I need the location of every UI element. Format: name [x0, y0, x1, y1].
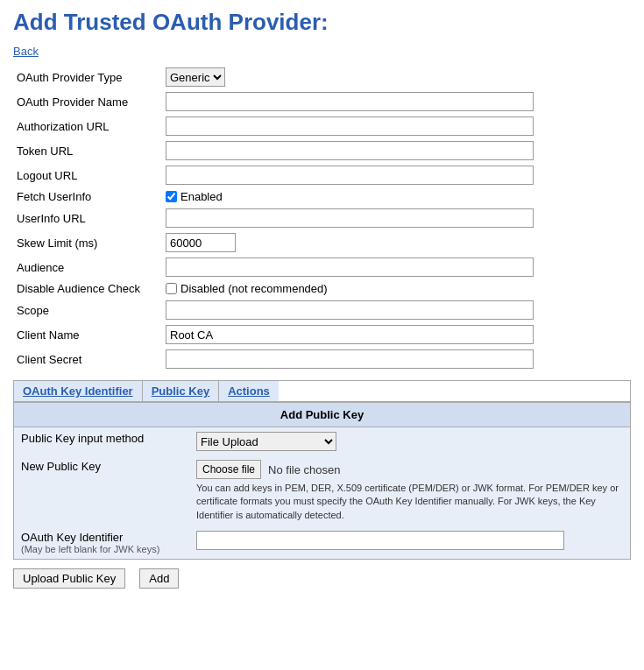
provider-type-select[interactable]: Generic Azure Google [166, 67, 225, 87]
file-upload-row: Choose file No file chosen [196, 460, 623, 479]
choose-file-button[interactable]: Choose file [196, 460, 261, 479]
add-public-key-title: Add Public Key [14, 403, 630, 427]
provider-form: OAuth Provider Type Generic Azure Google… [13, 65, 631, 371]
disable-audience-label: Disable Audience Check [13, 279, 162, 298]
provider-type-label: OAuth Provider Type [13, 65, 162, 89]
add-button[interactable]: Add [139, 568, 179, 589]
userinfo-url-label: UserInfo URL [13, 206, 162, 230]
help-text: You can add keys in PEM, DER, X.509 cert… [196, 482, 623, 522]
tab-actions[interactable]: Actions [219, 381, 279, 401]
no-file-text: No file chosen [268, 463, 340, 476]
fetch-userinfo-checkbox-label: Enabled [166, 190, 627, 203]
oauth-key-id-sublabel: (May be left blank for JWK keys) [21, 544, 182, 554]
client-name-label: Client Name [13, 322, 162, 347]
audience-input[interactable] [166, 257, 534, 277]
skew-limit-input[interactable]: 60000 [166, 233, 236, 252]
tab-oauth-key-identifier[interactable]: OAuth Key Identifier [14, 381, 143, 401]
client-name-input[interactable] [166, 325, 534, 344]
disable-audience-checkbox-label: Disabled (not recommended) [166, 282, 627, 295]
skew-limit-label: Skew Limit (ms) [13, 230, 162, 255]
input-method-select[interactable]: File Upload Paste Key [196, 432, 336, 451]
fetch-userinfo-checkbox[interactable] [166, 191, 177, 202]
provider-name-input[interactable] [166, 92, 534, 111]
disable-audience-text: Disabled (not recommended) [180, 282, 328, 295]
oauth-key-id-label: OAuth Key Identifier [21, 531, 182, 544]
upload-public-key-button[interactable]: Upload Public Key [13, 568, 125, 589]
token-url-label: Token URL [13, 138, 162, 163]
oauth-key-id-input[interactable] [196, 531, 564, 550]
tab-public-key[interactable]: Public Key [143, 381, 219, 401]
back-link[interactable]: Back [13, 45, 39, 58]
logout-url-input[interactable] [166, 166, 534, 185]
scope-input[interactable] [166, 300, 534, 320]
page-title: Add Trusted OAuth Provider: [13, 9, 631, 36]
auth-url-input[interactable] [166, 116, 534, 136]
client-secret-input[interactable] [166, 349, 534, 369]
token-url-input[interactable] [166, 141, 534, 160]
disable-audience-checkbox[interactable] [166, 283, 177, 294]
provider-name-label: OAuth Provider Name [13, 89, 162, 114]
client-secret-label: Client Secret [13, 347, 162, 371]
input-method-label: Public Key input method [14, 427, 189, 455]
add-public-key-section: Add Public Key Public Key input method F… [14, 402, 630, 559]
userinfo-url-input[interactable] [166, 208, 534, 228]
scope-label: Scope [13, 298, 162, 322]
fetch-userinfo-label: Fetch UserInfo [13, 187, 162, 206]
bottom-buttons: Upload Public Key Add [13, 568, 631, 589]
logout-url-label: Logout URL [13, 163, 162, 187]
auth-url-label: Authorization URL [13, 114, 162, 138]
new-public-key-label: New Public Key [14, 455, 189, 526]
key-tabs: OAuth Key Identifier Public Key Actions [14, 381, 630, 402]
fetch-userinfo-text: Enabled [180, 190, 223, 203]
pubkey-form-table: Public Key input method File Upload Past… [14, 427, 630, 559]
key-table-container: OAuth Key Identifier Public Key Actions … [13, 380, 631, 560]
audience-label: Audience [13, 255, 162, 279]
